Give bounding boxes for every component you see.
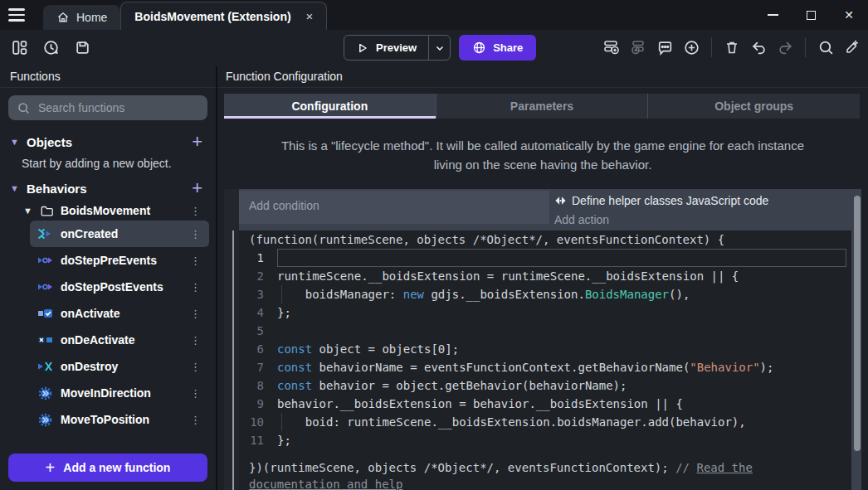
tab-object-groups[interactable]: Object groups — [647, 94, 860, 119]
code-line[interactable]: 6const object = objects[0]; — [239, 340, 851, 358]
function-item-oncreated[interactable]: onCreated ⋮ — [30, 221, 209, 247]
maximize-button[interactable] — [792, 0, 830, 30]
action-gear-icon — [37, 386, 53, 400]
preview-dropdown-button[interactable] — [428, 36, 450, 60]
item-menu-button[interactable]: ⋮ — [185, 387, 206, 400]
edit-js-icon[interactable] — [841, 36, 863, 58]
lifecycle-oncreated-icon — [37, 228, 53, 240]
titlebar: Home BoidsMovement (Extension) × ✕ — [0, 0, 868, 30]
group-menu-button[interactable]: ⋮ — [185, 205, 206, 217]
chevron-down-icon[interactable]: ▼ — [10, 183, 20, 193]
chevron-down-icon[interactable]: ▼ — [10, 137, 20, 147]
event-drag-handle[interactable] — [232, 230, 234, 490]
add-event-icon[interactable] — [680, 36, 702, 58]
code-line[interactable]: 7const behaviorName = eventsFunctionCont… — [239, 358, 851, 376]
play-icon — [356, 41, 369, 55]
item-menu-button[interactable]: ⋮ — [185, 414, 206, 426]
code-line[interactable]: 11}; — [239, 431, 851, 449]
toolbar: Preview Share — [0, 30, 868, 66]
function-label: onActivate — [61, 307, 178, 320]
add-action-cell[interactable]: Add action — [554, 213, 609, 226]
save-icon[interactable] — [71, 36, 93, 58]
function-item-moveindirection[interactable]: MoveInDirection ⋮ — [30, 380, 209, 406]
trash-icon[interactable] — [721, 36, 743, 58]
item-menu-button[interactable]: ⋮ — [185, 281, 206, 294]
tab-boidsmovement[interactable]: BoidsMovement (Extension) × — [120, 2, 327, 30]
function-item-dosteppostevents[interactable]: doStepPostEvents ⋮ — [30, 274, 209, 300]
footer-code: })(runtimeScene, objects /*Object*/, eve… — [249, 461, 675, 474]
function-label: onDestroy — [61, 360, 178, 373]
js-event-title: Define helper classes JavaScript code — [572, 194, 768, 207]
code-wrapper-close: })(runtimeScene, objects /*Object*/, eve… — [239, 459, 820, 490]
function-item-dostelpreevents[interactable]: doStepPreEvents ⋮ — [30, 247, 209, 274]
comment-icon[interactable] — [654, 36, 675, 58]
item-menu-button[interactable]: ⋮ — [185, 334, 206, 347]
code-line[interactable]: 2runtimeScene.__boidsExtension = runtime… — [239, 267, 851, 285]
item-menu-button[interactable]: ⋮ — [185, 255, 206, 267]
item-menu-button[interactable]: ⋮ — [185, 228, 206, 240]
globe-icon — [472, 41, 486, 55]
tab-configuration[interactable]: Configuration — [224, 94, 436, 119]
sidebar-title: Functions — [0, 66, 216, 88]
code-line[interactable]: 8const behavior = object.getBehavior(beh… — [239, 376, 851, 395]
code-lines: 12runtimeScene.__boidsExtension = runtim… — [239, 249, 851, 449]
deactivate-icon — [37, 334, 53, 346]
add-condition-icon[interactable] — [601, 36, 622, 58]
project-manager-icon[interactable] — [8, 36, 30, 58]
function-item-onactivate[interactable]: onActivate ⋮ — [30, 300, 209, 327]
plus-icon: + — [46, 458, 56, 478]
add-action-icon[interactable] — [627, 36, 649, 58]
behavior-group-boidsmovement[interactable]: ▼ BoidsMovement ⋮ — [23, 204, 206, 217]
footer-comment: // — [675, 461, 696, 474]
function-label: MoveToPosition — [61, 413, 178, 426]
code-line[interactable]: 5 — [239, 322, 851, 340]
main-menu-button[interactable] — [8, 7, 27, 23]
function-label: onCreated — [61, 227, 178, 240]
function-label: MoveInDirection — [61, 386, 178, 400]
close-window-button[interactable]: ✕ — [830, 0, 868, 30]
function-item-ondeactivate[interactable]: onDeActivate ⋮ — [30, 327, 209, 353]
add-function-label: Add a new function — [63, 461, 170, 474]
activate-icon — [37, 308, 53, 319]
search-icon[interactable] — [815, 36, 836, 58]
toolbar-separator — [711, 37, 712, 57]
add-condition-cell[interactable]: Add condition — [239, 191, 549, 224]
close-tab-icon[interactable]: × — [306, 9, 314, 23]
search-functions-input[interactable]: Search functions — [8, 95, 207, 120]
function-item-ondestroy[interactable]: onDestroy ⋮ — [30, 353, 209, 380]
add-function-button[interactable]: + Add a new function — [8, 454, 207, 482]
code-line[interactable]: 4}; — [239, 303, 851, 322]
events-surface: Add condition Define helper classes Java… — [224, 189, 861, 490]
item-menu-button[interactable]: ⋮ — [185, 361, 206, 373]
share-button[interactable]: Share — [459, 35, 536, 61]
destroy-icon — [37, 361, 53, 372]
tab-home[interactable]: Home — [43, 5, 120, 30]
item-menu-button[interactable]: ⋮ — [185, 308, 206, 320]
redo-icon[interactable] — [774, 36, 796, 58]
js-event-header[interactable]: Define helper classes JavaScript code — [554, 194, 768, 207]
panel-title: Function Configuration — [217, 66, 868, 88]
code-line[interactable]: 3 boidsManager: new gdjs.__boidsExtensio… — [239, 285, 851, 303]
window-controls: ✕ — [753, 0, 868, 30]
minimize-button[interactable] — [753, 0, 792, 30]
add-behavior-button[interactable]: + — [188, 181, 206, 196]
tab-active-label: BoidsMovement (Extension) — [134, 10, 290, 23]
toolbar-separator — [805, 37, 806, 57]
function-list: onCreated ⋮ doStepPreEvents ⋮ doStepPost… — [0, 221, 216, 433]
tab-parameters[interactable]: Parameters — [436, 94, 648, 119]
search-placeholder: Search functions — [38, 101, 124, 114]
function-item-movetoposition[interactable]: MoveToPosition ⋮ — [30, 406, 209, 433]
preview-label: Preview — [376, 41, 417, 54]
add-object-button[interactable]: + — [188, 134, 206, 149]
code-line[interactable]: 1 — [239, 249, 851, 267]
history-icon[interactable] — [40, 36, 61, 58]
chevron-down-icon[interactable]: ▼ — [23, 206, 33, 216]
preview-button[interactable]: Preview — [344, 35, 451, 61]
js-code-editor[interactable]: (function(runtimeScene, objects /*Object… — [239, 230, 851, 490]
home-icon — [56, 11, 70, 24]
events-sheet: Add condition Define helper classes Java… — [217, 189, 868, 490]
undo-icon[interactable] — [748, 36, 769, 58]
code-line[interactable]: 9behavior.__boidsExtension = behavior.__… — [239, 395, 851, 413]
events-scrollbar[interactable] — [854, 196, 861, 451]
code-line[interactable]: 10 boid: runtimeScene.__boidsExtension.b… — [239, 413, 851, 431]
